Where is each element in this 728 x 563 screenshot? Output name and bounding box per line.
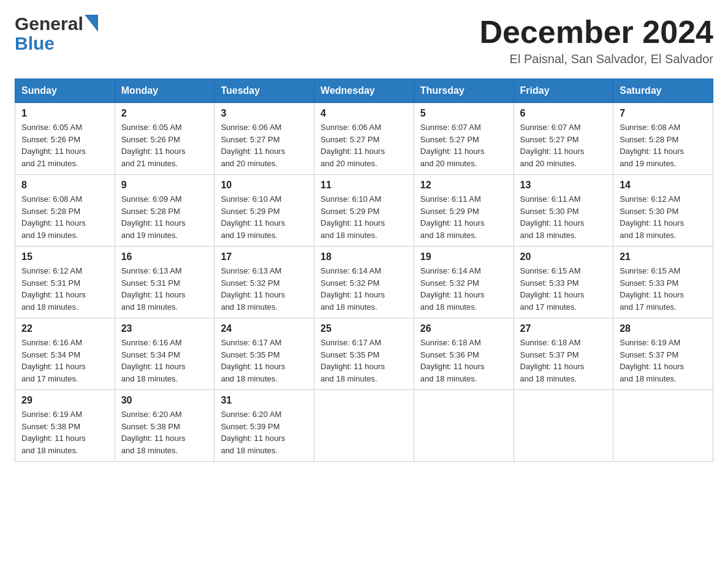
calendar-day-cell: 24Sunrise: 6:17 AMSunset: 5:35 PMDayligh… bbox=[214, 318, 314, 390]
calendar-day-cell bbox=[613, 390, 713, 462]
day-number: 2 bbox=[121, 108, 208, 119]
day-of-week-header: Sunday bbox=[15, 79, 115, 103]
day-number: 17 bbox=[221, 251, 308, 262]
calendar-day-cell: 31Sunrise: 6:20 AMSunset: 5:39 PMDayligh… bbox=[214, 390, 314, 462]
day-of-week-header: Friday bbox=[514, 79, 613, 103]
day-number: 15 bbox=[21, 251, 108, 262]
day-info: Sunrise: 6:17 AMSunset: 5:35 PMDaylight:… bbox=[221, 337, 308, 385]
logo-general: General bbox=[15, 15, 83, 33]
day-number: 4 bbox=[320, 108, 408, 119]
svg-marker-0 bbox=[85, 15, 98, 32]
calendar-day-cell: 19Sunrise: 6:14 AMSunset: 5:32 PMDayligh… bbox=[414, 247, 514, 318]
calendar-day-cell: 17Sunrise: 6:13 AMSunset: 5:32 PMDayligh… bbox=[214, 247, 314, 318]
calendar-day-cell: 4Sunrise: 6:06 AMSunset: 5:27 PMDaylight… bbox=[314, 103, 414, 175]
calendar-day-cell: 21Sunrise: 6:15 AMSunset: 5:33 PMDayligh… bbox=[613, 247, 713, 318]
day-info: Sunrise: 6:16 AMSunset: 5:34 PMDaylight:… bbox=[121, 337, 208, 385]
day-number: 7 bbox=[620, 108, 707, 119]
day-info: Sunrise: 6:14 AMSunset: 5:32 PMDaylight:… bbox=[320, 265, 408, 313]
day-number: 8 bbox=[21, 180, 108, 191]
day-info: Sunrise: 6:05 AMSunset: 5:26 PMDaylight:… bbox=[121, 121, 208, 169]
day-number: 18 bbox=[320, 251, 408, 262]
day-of-week-header: Saturday bbox=[613, 79, 713, 103]
logo-blue: Blue bbox=[15, 34, 98, 53]
day-number: 22 bbox=[21, 323, 108, 334]
day-info: Sunrise: 6:06 AMSunset: 5:27 PMDaylight:… bbox=[221, 121, 308, 169]
day-number: 31 bbox=[221, 395, 308, 406]
calendar-day-cell: 11Sunrise: 6:10 AMSunset: 5:29 PMDayligh… bbox=[314, 175, 414, 247]
day-info: Sunrise: 6:18 AMSunset: 5:37 PMDaylight:… bbox=[520, 337, 607, 385]
day-number: 14 bbox=[620, 180, 707, 191]
location: El Paisnal, San Salvador, El Salvador bbox=[479, 52, 713, 66]
day-info: Sunrise: 6:19 AMSunset: 5:37 PMDaylight:… bbox=[620, 337, 707, 385]
day-number: 20 bbox=[520, 251, 607, 262]
day-number: 27 bbox=[520, 323, 607, 334]
calendar-week-row: 29Sunrise: 6:19 AMSunset: 5:38 PMDayligh… bbox=[15, 390, 713, 462]
day-number: 13 bbox=[520, 180, 607, 191]
day-info: Sunrise: 6:15 AMSunset: 5:33 PMDaylight:… bbox=[620, 265, 707, 313]
day-info: Sunrise: 6:20 AMSunset: 5:39 PMDaylight:… bbox=[221, 408, 308, 456]
calendar-day-cell: 30Sunrise: 6:20 AMSunset: 5:38 PMDayligh… bbox=[115, 390, 214, 462]
calendar-day-cell: 29Sunrise: 6:19 AMSunset: 5:38 PMDayligh… bbox=[15, 390, 115, 462]
day-info: Sunrise: 6:05 AMSunset: 5:26 PMDaylight:… bbox=[21, 121, 108, 169]
calendar-week-row: 1Sunrise: 6:05 AMSunset: 5:26 PMDaylight… bbox=[15, 103, 713, 175]
day-number: 28 bbox=[620, 323, 707, 334]
day-info: Sunrise: 6:14 AMSunset: 5:32 PMDaylight:… bbox=[420, 265, 507, 313]
calendar-day-cell: 18Sunrise: 6:14 AMSunset: 5:32 PMDayligh… bbox=[314, 247, 414, 318]
day-info: Sunrise: 6:11 AMSunset: 5:30 PMDaylight:… bbox=[520, 193, 607, 241]
calendar-day-cell bbox=[314, 390, 414, 462]
day-number: 26 bbox=[420, 323, 507, 334]
day-info: Sunrise: 6:10 AMSunset: 5:29 PMDaylight:… bbox=[221, 193, 308, 241]
calendar-week-row: 22Sunrise: 6:16 AMSunset: 5:34 PMDayligh… bbox=[15, 318, 713, 390]
logo-triangle-icon bbox=[85, 15, 98, 32]
calendar-day-cell: 6Sunrise: 6:07 AMSunset: 5:27 PMDaylight… bbox=[514, 103, 613, 175]
day-number: 29 bbox=[21, 395, 108, 406]
day-info: Sunrise: 6:08 AMSunset: 5:28 PMDaylight:… bbox=[620, 121, 707, 169]
calendar-day-cell bbox=[514, 390, 613, 462]
day-number: 6 bbox=[520, 108, 607, 119]
day-info: Sunrise: 6:10 AMSunset: 5:29 PMDaylight:… bbox=[320, 193, 408, 241]
day-info: Sunrise: 6:07 AMSunset: 5:27 PMDaylight:… bbox=[420, 121, 507, 169]
calendar-week-row: 15Sunrise: 6:12 AMSunset: 5:31 PMDayligh… bbox=[15, 247, 713, 318]
day-number: 21 bbox=[620, 251, 707, 262]
day-info: Sunrise: 6:12 AMSunset: 5:30 PMDaylight:… bbox=[620, 193, 707, 241]
day-info: Sunrise: 6:12 AMSunset: 5:31 PMDaylight:… bbox=[21, 265, 108, 313]
day-number: 1 bbox=[21, 108, 108, 119]
calendar-day-cell: 3Sunrise: 6:06 AMSunset: 5:27 PMDaylight… bbox=[214, 103, 314, 175]
day-number: 24 bbox=[221, 323, 308, 334]
calendar-day-cell: 8Sunrise: 6:08 AMSunset: 5:28 PMDaylight… bbox=[15, 175, 115, 247]
day-info: Sunrise: 6:13 AMSunset: 5:31 PMDaylight:… bbox=[121, 265, 208, 313]
day-info: Sunrise: 6:20 AMSunset: 5:38 PMDaylight:… bbox=[121, 408, 208, 456]
day-info: Sunrise: 6:07 AMSunset: 5:27 PMDaylight:… bbox=[520, 121, 607, 169]
day-info: Sunrise: 6:16 AMSunset: 5:34 PMDaylight:… bbox=[21, 337, 108, 385]
calendar-day-cell: 2Sunrise: 6:05 AMSunset: 5:26 PMDaylight… bbox=[115, 103, 214, 175]
calendar-day-cell: 10Sunrise: 6:10 AMSunset: 5:29 PMDayligh… bbox=[214, 175, 314, 247]
day-info: Sunrise: 6:11 AMSunset: 5:29 PMDaylight:… bbox=[420, 193, 507, 241]
calendar-day-cell: 27Sunrise: 6:18 AMSunset: 5:37 PMDayligh… bbox=[514, 318, 613, 390]
calendar-day-cell: 25Sunrise: 6:17 AMSunset: 5:35 PMDayligh… bbox=[314, 318, 414, 390]
calendar-table: SundayMondayTuesdayWednesdayThursdayFrid… bbox=[15, 79, 713, 462]
day-info: Sunrise: 6:08 AMSunset: 5:28 PMDaylight:… bbox=[21, 193, 108, 241]
day-number: 9 bbox=[121, 180, 208, 191]
day-info: Sunrise: 6:15 AMSunset: 5:33 PMDaylight:… bbox=[520, 265, 607, 313]
calendar-day-cell: 26Sunrise: 6:18 AMSunset: 5:36 PMDayligh… bbox=[414, 318, 514, 390]
calendar-day-cell bbox=[414, 390, 514, 462]
calendar-day-cell: 13Sunrise: 6:11 AMSunset: 5:30 PMDayligh… bbox=[514, 175, 613, 247]
day-info: Sunrise: 6:19 AMSunset: 5:38 PMDaylight:… bbox=[21, 408, 108, 456]
calendar-day-cell: 1Sunrise: 6:05 AMSunset: 5:26 PMDaylight… bbox=[15, 103, 115, 175]
day-number: 16 bbox=[121, 251, 208, 262]
month-title: December 2024 bbox=[479, 15, 713, 50]
day-number: 23 bbox=[121, 323, 208, 334]
day-info: Sunrise: 6:13 AMSunset: 5:32 PMDaylight:… bbox=[221, 265, 308, 313]
day-number: 12 bbox=[420, 180, 507, 191]
day-number: 30 bbox=[121, 395, 208, 406]
day-of-week-header: Monday bbox=[115, 79, 214, 103]
day-of-week-header: Wednesday bbox=[314, 79, 414, 103]
day-of-week-header: Thursday bbox=[414, 79, 514, 103]
calendar-day-cell: 12Sunrise: 6:11 AMSunset: 5:29 PMDayligh… bbox=[414, 175, 514, 247]
calendar-day-cell: 23Sunrise: 6:16 AMSunset: 5:34 PMDayligh… bbox=[115, 318, 214, 390]
calendar-day-cell: 22Sunrise: 6:16 AMSunset: 5:34 PMDayligh… bbox=[15, 318, 115, 390]
day-number: 10 bbox=[221, 180, 308, 191]
day-info: Sunrise: 6:17 AMSunset: 5:35 PMDaylight:… bbox=[320, 337, 408, 385]
calendar-header-row: SundayMondayTuesdayWednesdayThursdayFrid… bbox=[15, 79, 713, 103]
calendar-week-row: 8Sunrise: 6:08 AMSunset: 5:28 PMDaylight… bbox=[15, 175, 713, 247]
